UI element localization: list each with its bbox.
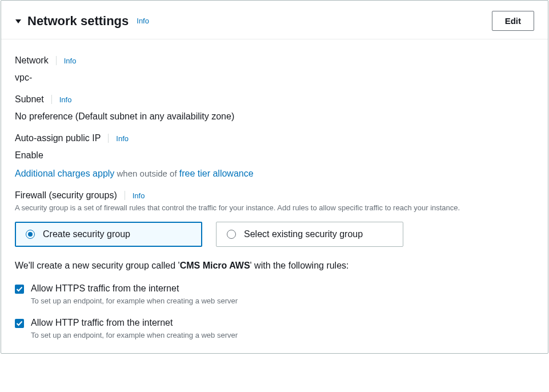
header-info-link[interactable]: Info [137, 17, 149, 25]
allow-http-help: To set up an endpoint, for example when … [31, 331, 238, 339]
allow-http-rule: Allow HTTP traffic from the internet To … [15, 318, 534, 339]
free-tier-link[interactable]: free tier allowance [179, 169, 254, 178]
firewall-radio-group: Create security group Select existing se… [15, 222, 534, 247]
subnet-label: Subnet [15, 94, 44, 105]
public-ip-field: Auto-assign public IP Info Enable [15, 133, 534, 161]
firewall-label: Firewall (security groups) [15, 190, 117, 201]
allow-http-checkbox[interactable] [15, 319, 24, 328]
network-settings-panel: Network settings Info Edit Network Info … [1, 0, 548, 354]
sg-pre: We'll create a new security group called… [15, 261, 180, 270]
allow-https-help: To set up an endpoint, for example when … [31, 297, 238, 305]
sg-name: CMS Micro AWS [180, 261, 250, 270]
collapse-caret-icon[interactable] [15, 18, 22, 25]
public-ip-value: Enable [15, 150, 534, 161]
firewall-info-link[interactable]: Info [133, 191, 145, 200]
select-existing-security-group-radio[interactable]: Select existing security group [216, 222, 403, 247]
sg-post: ' with the following rules: [250, 261, 349, 270]
allow-https-label: Allow HTTPS traffic from the internet [31, 283, 238, 294]
radio-unselected-icon [227, 230, 236, 239]
allow-https-rule: Allow HTTPS traffic from the internet To… [15, 283, 534, 305]
additional-charges-link[interactable]: Additional charges apply [15, 169, 114, 178]
panel-body: Network Info vpc- Subnet Info No prefere… [1, 39, 548, 353]
public-ip-label: Auto-assign public IP [15, 133, 101, 143]
allow-http-label: Allow HTTP traffic from the internet [31, 318, 238, 328]
network-value: vpc- [15, 73, 534, 83]
create-security-group-radio[interactable]: Create security group [15, 222, 202, 247]
radio-selected-icon [26, 230, 35, 239]
network-info-link[interactable]: Info [64, 57, 77, 65]
charges-mid: when outside of [114, 169, 179, 178]
security-group-description: We'll create a new security group called… [15, 261, 534, 271]
charges-note: Additional charges apply when outside of… [15, 169, 534, 179]
firewall-field: Firewall (security groups) Info A securi… [15, 190, 534, 247]
public-ip-info-link[interactable]: Info [116, 134, 129, 143]
allow-https-checkbox[interactable] [15, 285, 24, 294]
panel-header: Network settings Info Edit [1, 1, 548, 39]
network-field: Network Info vpc- [15, 55, 534, 83]
network-label: Network [15, 55, 49, 66]
firewall-helper: A security group is a set of firewall ru… [15, 203, 529, 214]
subnet-info-link[interactable]: Info [59, 95, 72, 104]
create-sg-label: Create security group [43, 229, 130, 239]
subnet-value: No preference (Default subnet in any ava… [15, 111, 534, 122]
panel-title: Network settings [27, 14, 129, 29]
svg-marker-0 [15, 19, 21, 23]
select-sg-label: Select existing security group [244, 229, 363, 239]
edit-button[interactable]: Edit [492, 11, 534, 31]
subnet-field: Subnet Info No preference (Default subne… [15, 94, 534, 122]
